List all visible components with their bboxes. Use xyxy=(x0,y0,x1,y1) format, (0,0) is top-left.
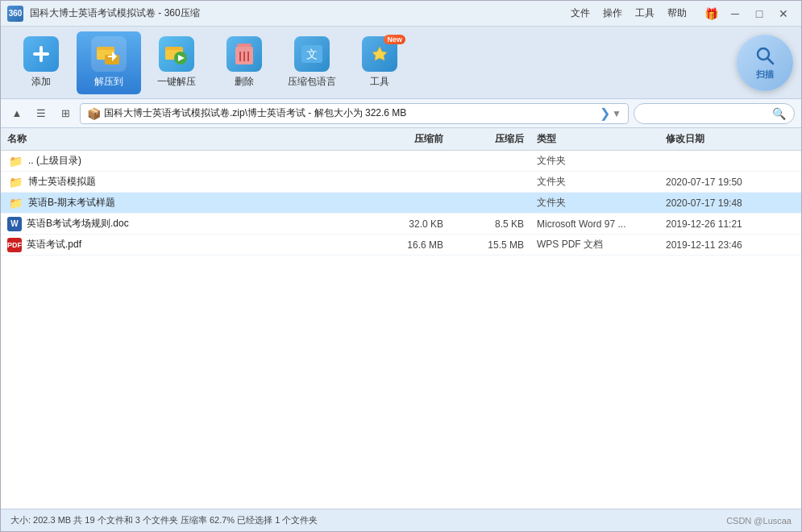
extract-button[interactable]: 解压到 xyxy=(77,31,141,94)
file-row-2[interactable]: 📁 英语B-期末考试样题 文件夹 2020-07-17 19:48 xyxy=(1,193,801,214)
address-path[interactable]: 📦 国科大博士英语考试模拟试卷.zip\博士英语考试 - 解包大小为 322.6… xyxy=(80,103,629,124)
file-name: .. (上级目录) xyxy=(28,154,376,168)
add-icon xyxy=(23,36,59,72)
nav-up-button[interactable]: ▲ xyxy=(7,104,27,123)
file-date: 2020-07-17 19:50 xyxy=(666,177,795,188)
col-compressed-header[interactable]: 压缩前 xyxy=(376,132,456,146)
search-icon[interactable]: 🔍 xyxy=(772,107,786,120)
file-type: 文件夹 xyxy=(537,175,666,189)
svg-line-19 xyxy=(767,58,773,64)
delete-icon xyxy=(226,36,262,72)
col-type-header[interactable]: 类型 xyxy=(537,132,666,146)
delete-label: 删除 xyxy=(235,75,254,89)
toolbar: 添加 解压到 一键解压 xyxy=(1,27,801,99)
file-date: 2019-12-11 23:46 xyxy=(666,239,795,251)
extract-icon xyxy=(91,36,127,72)
file-row-parent[interactable]: 📁 .. (上级目录) 文件夹 xyxy=(1,151,801,172)
tools-button[interactable]: New 工具 xyxy=(347,31,412,94)
nav-grid-button[interactable]: ⊞ xyxy=(56,104,75,123)
address-bar: ▲ ☰ ⊞ 📦 国科大博士英语考试模拟试卷.zip\博士英语考试 - 解包大小为… xyxy=(1,99,801,128)
file-type: WPS PDF 文档 xyxy=(537,238,666,251)
word-icon: W xyxy=(7,217,22,231)
compress-lang-icon: 文 xyxy=(294,36,330,72)
file-list: 📁 .. (上级目录) 文件夹 📁 博士英语模拟题 文件夹 2020-07-17… xyxy=(1,151,801,330)
extract-label: 解压到 xyxy=(94,75,123,89)
search-input[interactable] xyxy=(642,108,772,119)
chevron-icon: ❯ xyxy=(600,106,610,121)
menu-help[interactable]: 帮助 xyxy=(667,6,687,20)
title-bar: 360 国科大博士英语考试模拟试卷 - 360压缩 文件 操作 工具 帮助 🎁 … xyxy=(1,1,801,27)
file-compressed: 16.6 MB xyxy=(376,239,456,251)
menu-ops[interactable]: 操作 xyxy=(603,6,622,20)
file-decompressed: 15.5 MB xyxy=(456,239,537,251)
file-decompressed: 8.5 KB xyxy=(456,218,537,230)
col-name-header[interactable]: 名称 xyxy=(7,132,376,146)
file-row-4[interactable]: PDF 英语考试.pdf 16.6 MB 15.5 MB WPS PDF 文档 … xyxy=(1,235,801,256)
file-date: 2019-12-26 11:21 xyxy=(666,218,795,230)
minimize-button[interactable]: ─ xyxy=(724,4,746,23)
col-date-header[interactable]: 修改日期 xyxy=(666,132,795,146)
nav-list-button[interactable]: ☰ xyxy=(31,104,51,123)
maximize-button[interactable]: □ xyxy=(748,4,771,23)
add-label: 添加 xyxy=(31,75,51,89)
file-name: 英语B-期末考试样题 xyxy=(28,196,376,210)
oneclick-button[interactable]: 一键解压 xyxy=(144,31,209,94)
file-list-header: 名称 压缩前 压缩后 类型 修改日期 xyxy=(1,128,801,151)
status-bar: 大小: 202.3 MB 共 19 个文件和 3 个文件夹 压缩率 62.7% … xyxy=(1,509,801,531)
path-dropdown[interactable]: ❯ ▼ xyxy=(600,106,621,121)
status-text: 大小: 202.3 MB 共 19 个文件和 3 个文件夹 压缩率 62.7% … xyxy=(10,514,318,526)
menu-bar: 文件 操作 工具 帮助 xyxy=(571,6,687,20)
svg-rect-11 xyxy=(237,44,251,47)
pdf-icon: PDF xyxy=(7,238,22,252)
window-title: 国科大博士英语考试模拟试卷 - 360压缩 xyxy=(30,6,571,20)
app-icon: 360 xyxy=(7,6,23,22)
path-text: 国科大博士英语考试模拟试卷.zip\博士英语考试 - 解包大小为 322.6 M… xyxy=(104,106,596,120)
file-row-3[interactable]: W 英语B考试考场规则.doc 32.0 KB 8.5 KB Microsoft… xyxy=(1,214,801,235)
scan-label: 扫描 xyxy=(756,69,774,81)
file-name: 英语B考试考场规则.doc xyxy=(27,217,376,231)
add-button[interactable]: 添加 xyxy=(9,31,73,94)
scan-button[interactable]: 扫描 xyxy=(737,35,793,91)
file-row-1[interactable]: 📁 博士英语模拟题 文件夹 2020-07-17 19:50 xyxy=(1,172,801,193)
col-decompressed-header[interactable]: 压缩后 xyxy=(456,132,537,146)
tools-label: 工具 xyxy=(370,75,389,89)
empty-area xyxy=(1,330,801,509)
window-controls: 🎁 ─ □ ✕ xyxy=(700,4,795,23)
svg-rect-1 xyxy=(33,52,49,56)
watermark-text: CSDN @Luscaa xyxy=(726,516,792,526)
file-name: 英语考试.pdf xyxy=(27,238,376,251)
compress-lang-label: 压缩包语言 xyxy=(288,75,336,89)
file-compressed: 32.0 KB xyxy=(376,218,456,230)
menu-tools[interactable]: 工具 xyxy=(635,6,654,20)
folder-icon: 📁 xyxy=(7,195,23,211)
compress-lang-button[interactable]: 文 压缩包语言 xyxy=(280,31,344,94)
file-type: 文件夹 xyxy=(537,154,666,168)
search-box[interactable]: 🔍 xyxy=(634,103,795,124)
file-type: Microsoft Word 97 ... xyxy=(537,218,666,230)
oneclick-label: 一键解压 xyxy=(157,75,196,89)
close-button[interactable]: ✕ xyxy=(772,4,795,23)
new-badge: New xyxy=(384,35,405,44)
file-name: 博士英语模拟题 xyxy=(28,175,376,189)
file-date: 2020-07-17 19:48 xyxy=(666,197,795,209)
gift-button[interactable]: 🎁 xyxy=(700,4,722,23)
dropdown-arrow: ▼ xyxy=(612,108,621,119)
path-icon: 📦 xyxy=(87,107,101,120)
file-type: 文件夹 xyxy=(537,196,666,210)
delete-button[interactable]: 删除 xyxy=(212,31,276,94)
oneclick-icon xyxy=(159,36,194,72)
folder-icon: 📁 xyxy=(7,153,23,169)
menu-file[interactable]: 文件 xyxy=(571,6,590,20)
svg-text:文: 文 xyxy=(306,48,318,60)
folder-icon: 📁 xyxy=(7,174,23,190)
